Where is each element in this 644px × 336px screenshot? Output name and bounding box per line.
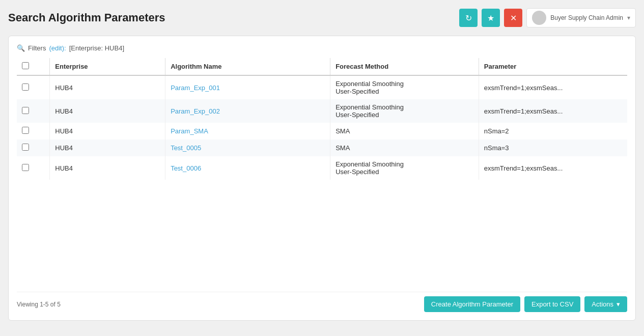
filter-icon: 🔍 — [17, 44, 25, 52]
avatar — [532, 11, 546, 25]
filter-badge: [Enterprise: HUB4] — [69, 44, 124, 52]
cell-parameter: exsmTrend=1;exsmSeas... — [479, 75, 627, 99]
row-checkbox-cell[interactable] — [17, 139, 50, 156]
create-algorithm-parameter-button[interactable]: Create Algorithm Parameter — [424, 296, 520, 312]
cell-enterprise: HUB4 — [50, 75, 165, 99]
footer-buttons: Create Algorithm Parameter Export to CSV… — [424, 296, 627, 312]
select-all-header[interactable] — [17, 58, 50, 75]
filters-row: 🔍 Filters (edit): [Enterprise: HUB4] — [17, 44, 627, 52]
algorithm-name-link[interactable]: Test_0006 — [171, 164, 201, 172]
chevron-down-icon: ▾ — [627, 14, 630, 21]
table-row: HUB4Param_SMASMAnSma=2 — [17, 123, 627, 139]
cell-enterprise: HUB4 — [50, 99, 165, 123]
cell-algorithm-name[interactable]: Param_SMA — [165, 123, 330, 139]
row-checkbox[interactable] — [22, 127, 29, 134]
filters-label: Filters — [28, 44, 46, 52]
algorithm-name-link[interactable]: Test_0005 — [171, 144, 201, 152]
actions-chevron-icon: ▾ — [617, 300, 620, 308]
viewing-label: Viewing 1-5 of 5 — [17, 301, 61, 308]
user-menu[interactable]: Buyer Supply Chain Admin ▾ — [526, 8, 636, 27]
cell-forecast-method: Exponential SmoothingUser-Specified — [330, 156, 479, 180]
cell-parameter: nSma=3 — [479, 139, 627, 156]
actions-label: Actions — [592, 300, 613, 308]
close-icon: ✕ — [510, 13, 517, 23]
cell-parameter: nSma=2 — [479, 123, 627, 139]
table-row: HUB4Test_0005SMAnSma=3 — [17, 139, 627, 156]
col-header-enterprise: Enterprise — [50, 58, 165, 75]
close-button[interactable]: ✕ — [504, 9, 522, 27]
row-checkbox[interactable] — [22, 107, 29, 114]
cell-forecast-method: SMA — [330, 139, 479, 156]
select-all-checkbox[interactable] — [22, 62, 29, 69]
row-checkbox[interactable] — [22, 83, 29, 91]
user-name: Buyer Supply Chain Admin — [550, 14, 623, 21]
col-header-forecast: Forecast Method — [330, 58, 479, 75]
row-checkbox[interactable] — [22, 164, 29, 171]
cell-algorithm-name[interactable]: Param_Exp_002 — [165, 99, 330, 123]
cell-enterprise: HUB4 — [50, 123, 165, 139]
col-header-parameter: Parameter — [479, 58, 627, 75]
results-table: Enterprise Algorithm Name Forecast Metho… — [17, 58, 627, 180]
star-icon: ★ — [487, 13, 494, 23]
table-row: HUB4Param_Exp_001Exponential SmoothingUs… — [17, 75, 627, 99]
page-title: Search Algorithm Parameters — [8, 11, 165, 24]
cell-forecast-method: SMA — [330, 123, 479, 139]
cell-enterprise: HUB4 — [50, 156, 165, 180]
row-checkbox-cell[interactable] — [17, 99, 50, 123]
filters-edit-link[interactable]: (edit): — [49, 44, 66, 52]
cell-enterprise: HUB4 — [50, 139, 165, 156]
row-checkbox-cell[interactable] — [17, 123, 50, 139]
cell-algorithm-name[interactable]: Test_0006 — [165, 156, 330, 180]
col-header-algorithm: Algorithm Name — [165, 58, 330, 75]
refresh-icon: ↻ — [465, 13, 472, 23]
algorithm-name-link[interactable]: Param_Exp_001 — [171, 84, 220, 92]
export-csv-button[interactable]: Export to CSV — [524, 296, 580, 312]
cell-parameter: exsmTrend=1;exsmSeas... — [479, 99, 627, 123]
row-checkbox-cell[interactable] — [17, 156, 50, 180]
cell-parameter: exsmTrend=1;exsmSeas... — [479, 156, 627, 180]
header-actions: ↻ ★ ✕ Buyer Supply Chain Admin ▾ — [459, 8, 636, 27]
algorithm-name-link[interactable]: Param_SMA — [171, 127, 208, 135]
table-row: HUB4Param_Exp_002Exponential SmoothingUs… — [17, 99, 627, 123]
algorithm-name-link[interactable]: Param_Exp_002 — [171, 107, 220, 115]
cell-forecast-method: Exponential SmoothingUser-Specified — [330, 99, 479, 123]
cell-algorithm-name[interactable]: Param_Exp_001 — [165, 75, 330, 99]
refresh-button[interactable]: ↻ — [459, 9, 478, 27]
table-row: HUB4Test_0006Exponential SmoothingUser-S… — [17, 156, 627, 180]
favorite-button[interactable]: ★ — [482, 9, 500, 27]
row-checkbox[interactable] — [22, 144, 29, 151]
cell-forecast-method: Exponential SmoothingUser-Specified — [330, 75, 479, 99]
actions-button[interactable]: Actions ▾ — [584, 296, 627, 312]
main-card: 🔍 Filters (edit): [Enterprise: HUB4] Ent… — [8, 36, 636, 321]
footer-row: Viewing 1-5 of 5 Create Algorithm Parame… — [17, 292, 627, 312]
cell-algorithm-name[interactable]: Test_0005 — [165, 139, 330, 156]
row-checkbox-cell[interactable] — [17, 75, 50, 99]
table-wrapper: Enterprise Algorithm Name Forecast Metho… — [17, 58, 627, 284]
